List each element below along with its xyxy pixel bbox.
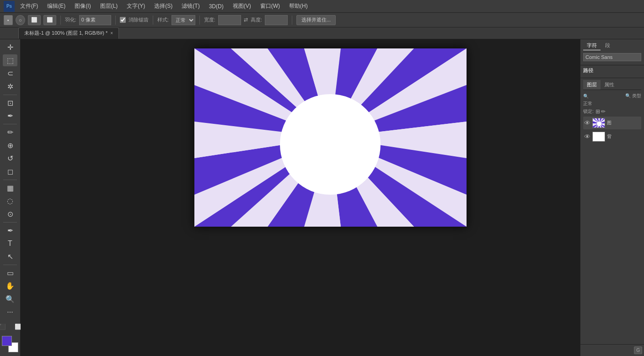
lock-paint-icon[interactable]: ✏ <box>601 108 606 115</box>
lock-icons: ⊞ ✏ <box>596 108 606 115</box>
crop-tool[interactable]: ⊡ <box>3 97 17 109</box>
tool-sep1 <box>3 95 17 95</box>
font-name-input[interactable] <box>583 53 641 61</box>
clone-tool[interactable]: ⊕ <box>3 139 17 152</box>
search-icon: 🔍 <box>583 94 623 99</box>
text-tool[interactable]: T <box>3 238 17 250</box>
path-select-tool[interactable]: ↖ <box>3 250 17 263</box>
path-panel-header: 路径 <box>583 67 641 74</box>
hand-tool[interactable]: ✋ <box>3 280 17 292</box>
marquee-ellipse-btn[interactable]: ○ <box>16 15 25 25</box>
blur-tool[interactable]: ◌ <box>3 195 17 207</box>
canvas-area: C Y 网 m.com <box>21 39 580 356</box>
lasso-tool[interactable]: ⊂ <box>3 67 17 80</box>
dodge-tool[interactable]: ⊙ <box>3 208 17 220</box>
anti-alias-label: 消除锯齿 <box>129 16 149 23</box>
svg-point-26 <box>280 94 381 195</box>
layer-eye-bg[interactable]: 👁 <box>584 133 590 140</box>
layers-panel: 图层 属性 🔍 🔍 类型 正常 锁定: ⊞ ✏ <box>580 78 644 344</box>
tab-layers[interactable]: 图层 <box>583 80 601 90</box>
magic-wand-tool[interactable]: ✲ <box>3 80 17 93</box>
tab-paragraph[interactable]: 段 <box>601 41 614 50</box>
menu-image[interactable]: 图像(I) <box>71 0 94 12</box>
canvas-svg <box>194 48 467 227</box>
tab-close-btn[interactable]: × <box>110 31 113 36</box>
menu-3d[interactable]: 3D(D) <box>205 1 227 11</box>
blend-mode-label: 正常 <box>583 101 592 107</box>
document-canvas: C Y 网 m.com <box>194 48 467 227</box>
shape-tool[interactable]: ▭ <box>3 267 17 279</box>
style-label: 样式: <box>157 16 169 23</box>
lock-label: 锁定: <box>583 108 594 115</box>
layer-thumb-bg <box>592 132 605 142</box>
tab-character[interactable]: 字符 <box>583 41 601 50</box>
document-tab[interactable]: 未标题-1 @ 100% (图层 1, RGB/8#) * × <box>18 27 119 39</box>
swap-icon: ⇄ <box>244 17 248 23</box>
width-label: 宽度: <box>204 16 215 23</box>
layer-eye-rays[interactable]: 👁 <box>584 119 590 127</box>
anti-alias-checkbox[interactable] <box>120 17 126 23</box>
menu-text[interactable]: 文字(Y) <box>123 0 149 12</box>
width-input[interactable] <box>218 15 241 25</box>
tool-sep5 <box>3 265 17 265</box>
more-tools-btn[interactable]: ··· <box>3 306 17 319</box>
panel-bottom: G <box>580 344 644 356</box>
ps-logo: Ps <box>4 1 15 12</box>
brush-tool[interactable]: ✏ <box>3 126 17 138</box>
sep2 <box>115 16 116 25</box>
layer-thumb-rays <box>592 118 605 128</box>
gradient-tool[interactable]: ▦ <box>3 182 17 194</box>
eraser-tool[interactable]: ◻ <box>3 165 17 178</box>
main-area: ✛ ⬚ ⊂ ✲ ⊡ ✒ ✏ ⊕ ↺ ◻ ▦ ◌ ⊙ ✒ T ↖ ▭ ✋ 🔍 ··… <box>0 39 644 356</box>
lock-row: 锁定: ⊞ ✏ <box>583 108 641 115</box>
marquee-single-col-btn[interactable]: ⬜ <box>43 15 56 25</box>
fg-color-swatch[interactable] <box>2 336 12 346</box>
move-tool[interactable]: ✛ <box>3 41 17 53</box>
height-input[interactable] <box>265 15 288 25</box>
menu-help[interactable]: 帮助(H) <box>285 0 311 12</box>
tool-sep3 <box>3 180 17 180</box>
menu-filter[interactable]: 滤镜(T) <box>178 0 203 12</box>
feather-label: 羽化: <box>65 16 76 23</box>
select-mask-btn[interactable]: 选择并遮住... <box>296 15 336 25</box>
tool-panel: ✛ ⬚ ⊂ ✲ ⊡ ✒ ✏ ⊕ ↺ ◻ ▦ ◌ ⊙ ✒ T ↖ ▭ ✋ 🔍 ··… <box>0 39 21 356</box>
marquee-single-row-btn[interactable]: ⬜ <box>28 15 41 25</box>
tab-properties[interactable]: 属性 <box>601 80 618 90</box>
panel-menu-btn[interactable]: G <box>634 346 642 354</box>
feather-input[interactable] <box>79 15 111 25</box>
layer-item-bg[interactable]: 👁 背 <box>583 130 641 143</box>
tab-title: 未标题-1 @ 100% (图层 1, RGB/8#) * <box>24 30 107 37</box>
sep5 <box>292 16 292 25</box>
marquee-tool[interactable]: ⬚ <box>3 54 17 67</box>
sep4 <box>199 16 200 25</box>
pen-tool[interactable]: ✒ <box>3 224 17 237</box>
path-panel: 路径 <box>580 65 644 78</box>
color-swatch-container[interactable] <box>2 336 18 352</box>
type-label: 🔍 类型 <box>625 93 641 99</box>
tool-sep2 <box>3 124 17 124</box>
character-panel: 字符 段 <box>580 39 644 65</box>
sep1 <box>60 16 61 25</box>
tab-bar: 未标题-1 @ 100% (图层 1, RGB/8#) * × <box>0 27 644 39</box>
menu-window[interactable]: 窗口(W) <box>257 0 284 12</box>
menu-view[interactable]: 视图(V) <box>229 0 255 12</box>
lock-position-icon[interactable]: ⊞ <box>596 108 600 115</box>
menu-bar: Ps 文件(F) 编辑(E) 图像(I) 图层(L) 文字(Y) 选择(S) 滤… <box>0 0 644 13</box>
height-label: 高度: <box>251 16 262 23</box>
layer-item-rays[interactable]: 👁 <box>583 117 641 129</box>
layer-name-bg: 背 <box>607 133 640 140</box>
options-toolbar: ▪ ○ ⬜ ⬜ 羽化: 消除锯齿 样式: 正常 宽度: ⇄ 高度: 选择并遮住.… <box>0 13 644 27</box>
menu-select[interactable]: 选择(S) <box>150 0 176 12</box>
zoom-tool[interactable]: 🔍 <box>3 293 17 305</box>
marquee-rect-btn[interactable]: ▪ <box>4 15 13 25</box>
style-select[interactable]: 正常 <box>172 15 195 25</box>
menu-edit[interactable]: 编辑(E) <box>43 0 69 12</box>
menu-file[interactable]: 文件(F) <box>16 0 42 12</box>
layer-name-rays: 图 <box>607 120 640 126</box>
quick-mask-btn[interactable]: ⬛ <box>0 319 10 334</box>
menu-layer[interactable]: 图层(L) <box>97 0 122 12</box>
layers-tabs: 图层 属性 <box>583 80 641 90</box>
right-panels: 字符 段 路径 图层 属性 🔍 🔍 类型 正常 <box>580 39 644 356</box>
history-brush-tool[interactable]: ↺ <box>3 153 17 165</box>
eyedropper-tool[interactable]: ✒ <box>3 110 17 122</box>
